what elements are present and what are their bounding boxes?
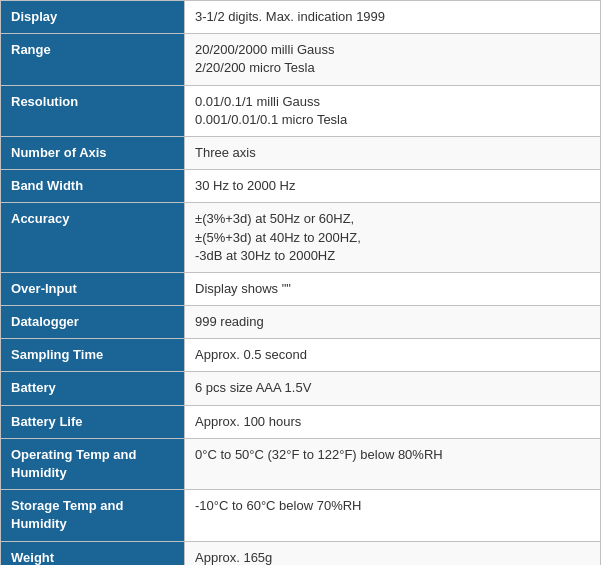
label-datalogger: Datalogger: [1, 306, 185, 339]
label-band-width: Band Width: [1, 170, 185, 203]
label-display: Display: [1, 1, 185, 34]
row-datalogger: Datalogger999 reading: [1, 306, 601, 339]
value-accuracy: ±(3%+3d) at 50Hz or 60HZ,±(5%+3d) at 40H…: [185, 203, 601, 273]
label-weight: Weight: [1, 541, 185, 565]
label-range: Range: [1, 34, 185, 85]
value-number-of-axis: Three axis: [185, 136, 601, 169]
label-number-of-axis: Number of Axis: [1, 136, 185, 169]
row-resolution: Resolution0.01/0.1/1 milli Gauss0.001/0.…: [1, 85, 601, 136]
value-battery: 6 pcs size AAA 1.5V: [185, 372, 601, 405]
label-accuracy: Accuracy: [1, 203, 185, 273]
value-resolution: 0.01/0.1/1 milli Gauss0.001/0.01/0.1 mic…: [185, 85, 601, 136]
label-resolution: Resolution: [1, 85, 185, 136]
row-battery: Battery6 pcs size AAA 1.5V: [1, 372, 601, 405]
row-band-width: Band Width30 Hz to 2000 Hz: [1, 170, 601, 203]
value-battery-life: Approx. 100 hours: [185, 405, 601, 438]
value-storage-temp: -10°C to 60°C below 70%RH: [185, 490, 601, 541]
row-over-input: Over-InputDisplay shows "": [1, 272, 601, 305]
label-over-input: Over-Input: [1, 272, 185, 305]
value-band-width: 30 Hz to 2000 Hz: [185, 170, 601, 203]
row-battery-life: Battery LifeApprox. 100 hours: [1, 405, 601, 438]
value-operating-temp: 0°C to 50°C (32°F to 122°F) below 80%RH: [185, 438, 601, 489]
value-over-input: Display shows "": [185, 272, 601, 305]
row-storage-temp: Storage Temp and Humidity-10°C to 60°C b…: [1, 490, 601, 541]
label-storage-temp: Storage Temp and Humidity: [1, 490, 185, 541]
label-sampling-time: Sampling Time: [1, 339, 185, 372]
value-range: 20/200/2000 milli Gauss2/20/200 micro Te…: [185, 34, 601, 85]
row-operating-temp: Operating Temp and Humidity0°C to 50°C (…: [1, 438, 601, 489]
value-weight: Approx. 165g: [185, 541, 601, 565]
row-accuracy: Accuracy±(3%+3d) at 50Hz or 60HZ,±(5%+3d…: [1, 203, 601, 273]
row-display: Display3-1/2 digits. Max. indication 199…: [1, 1, 601, 34]
value-display: 3-1/2 digits. Max. indication 1999: [185, 1, 601, 34]
row-range: Range20/200/2000 milli Gauss2/20/200 mic…: [1, 34, 601, 85]
specs-table: Display3-1/2 digits. Max. indication 199…: [0, 0, 601, 565]
value-datalogger: 999 reading: [185, 306, 601, 339]
value-sampling-time: Approx. 0.5 second: [185, 339, 601, 372]
label-operating-temp: Operating Temp and Humidity: [1, 438, 185, 489]
label-battery-life: Battery Life: [1, 405, 185, 438]
row-number-of-axis: Number of AxisThree axis: [1, 136, 601, 169]
row-sampling-time: Sampling TimeApprox. 0.5 second: [1, 339, 601, 372]
row-weight: WeightApprox. 165g: [1, 541, 601, 565]
label-battery: Battery: [1, 372, 185, 405]
